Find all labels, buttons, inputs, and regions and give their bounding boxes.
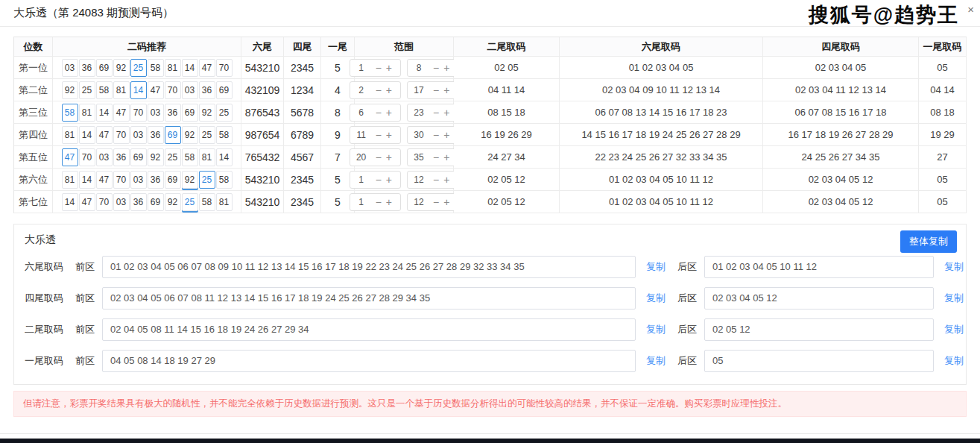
minus-button[interactable]: −	[431, 63, 441, 73]
front-zone-input[interactable]: 04 05 08 14 18 19 27 29	[102, 350, 636, 372]
code-cell[interactable]: 81	[199, 148, 215, 166]
plus-button[interactable]: +	[441, 152, 452, 163]
minus-button[interactable]: −	[373, 107, 384, 118]
minus-button[interactable]: −	[431, 175, 441, 185]
code-cell[interactable]: 47	[199, 59, 215, 77]
back-zone-input[interactable]: 05	[704, 350, 934, 372]
plus-button[interactable]: +	[441, 175, 452, 185]
code-cell[interactable]: 69	[216, 81, 233, 99]
code-cell[interactable]: 58	[199, 193, 215, 211]
code-cell[interactable]: 81	[62, 171, 78, 189]
code-cell[interactable]: 69	[130, 148, 147, 166]
close-icon[interactable]: ×	[967, 3, 974, 16]
code-cell[interactable]: 81	[62, 126, 78, 144]
code-cell[interactable]: 58	[216, 126, 233, 144]
code-cell[interactable]: 69	[165, 171, 181, 189]
plus-button[interactable]: +	[441, 107, 452, 118]
code-cell[interactable]: 70	[96, 193, 113, 211]
plus-button[interactable]: +	[384, 197, 394, 207]
code-cell[interactable]: 58	[96, 81, 113, 99]
code-cell[interactable]: 92	[199, 104, 215, 122]
copy-back-link[interactable]: 复制	[944, 354, 964, 368]
minus-button[interactable]: −	[373, 85, 384, 95]
code-cell[interactable]: 47	[113, 104, 130, 122]
code-cell[interactable]: 36	[79, 59, 95, 77]
front-zone-input[interactable]: 02 03 04 05 06 07 08 11 12 13 14 15 16 1…	[102, 287, 636, 310]
code-cell[interactable]: 58	[148, 59, 164, 77]
code-cell[interactable]: 14	[182, 59, 198, 77]
code-cell[interactable]: 58	[182, 148, 198, 166]
code-cell[interactable]: 25	[165, 148, 181, 166]
minus-button[interactable]: −	[373, 175, 384, 185]
plus-button[interactable]: +	[384, 175, 394, 185]
code-cell[interactable]: 14	[216, 148, 233, 166]
code-cell[interactable]: 92	[148, 148, 164, 166]
code-cell[interactable]: 47	[79, 193, 95, 211]
copy-back-link[interactable]: 复制	[944, 260, 964, 274]
code-cell[interactable]: 47	[96, 126, 113, 144]
code-cell[interactable]: 70	[165, 81, 181, 99]
copy-back-link[interactable]: 复制	[944, 292, 964, 305]
code-cell[interactable]: 36	[113, 148, 130, 166]
code-cell[interactable]: 36	[165, 104, 181, 122]
code-cell[interactable]: 25	[199, 126, 215, 144]
copy-front-link[interactable]: 复制	[646, 260, 666, 274]
code-cell[interactable]: 70	[113, 126, 130, 144]
copy-front-link[interactable]: 复制	[646, 354, 666, 368]
code-cell[interactable]: 25	[182, 193, 198, 211]
code-cell[interactable]: 03	[182, 81, 198, 99]
code-cell[interactable]: 92	[62, 81, 78, 99]
plus-button[interactable]: +	[384, 107, 394, 118]
minus-button[interactable]: −	[431, 130, 441, 140]
code-cell[interactable]: 81	[113, 81, 130, 99]
back-zone-input[interactable]: 02 03 04 05 12	[704, 287, 934, 310]
copy-front-link[interactable]: 复制	[646, 292, 666, 305]
minus-button[interactable]: −	[431, 85, 441, 95]
code-cell[interactable]: 69	[182, 104, 198, 122]
code-cell[interactable]: 14	[96, 104, 113, 122]
back-zone-input[interactable]: 02 05 12	[704, 318, 934, 341]
plus-button[interactable]: +	[384, 63, 394, 73]
code-cell[interactable]: 58	[62, 104, 78, 122]
code-cell[interactable]: 03	[148, 104, 164, 122]
code-cell[interactable]: 69	[96, 59, 113, 77]
code-cell[interactable]: 70	[216, 59, 233, 77]
minus-button[interactable]: −	[431, 197, 441, 207]
copy-front-link[interactable]: 复制	[646, 323, 666, 336]
code-cell[interactable]: 81	[79, 104, 95, 122]
code-cell[interactable]: 70	[130, 104, 147, 122]
minus-button[interactable]: −	[373, 197, 384, 207]
code-cell[interactable]: 58	[216, 171, 233, 189]
code-cell[interactable]: 36	[130, 193, 147, 211]
code-cell[interactable]: 70	[113, 171, 130, 189]
code-cell[interactable]: 36	[148, 171, 164, 189]
plus-button[interactable]: +	[441, 130, 452, 140]
code-cell[interactable]: 03	[62, 59, 78, 77]
back-zone-input[interactable]: 01 02 03 04 05 10 11 12	[704, 256, 934, 278]
code-cell[interactable]: 03	[130, 126, 147, 144]
plus-button[interactable]: +	[441, 197, 452, 207]
code-cell[interactable]: 70	[79, 148, 95, 166]
code-cell[interactable]: 36	[148, 126, 164, 144]
code-cell[interactable]: 69	[148, 193, 164, 211]
code-cell[interactable]: 03	[96, 148, 113, 166]
plus-button[interactable]: +	[441, 85, 452, 95]
code-cell[interactable]: 14	[62, 193, 78, 211]
minus-button[interactable]: −	[373, 130, 384, 140]
code-cell[interactable]: 25	[130, 59, 147, 77]
code-cell[interactable]: 92	[113, 59, 130, 77]
copy-back-link[interactable]: 复制	[944, 323, 964, 336]
minus-button[interactable]: −	[431, 152, 441, 163]
code-cell[interactable]: 69	[165, 126, 181, 144]
plus-button[interactable]: +	[384, 130, 394, 140]
plus-button[interactable]: +	[441, 63, 452, 73]
code-cell[interactable]: 81	[216, 193, 233, 211]
plus-button[interactable]: +	[384, 85, 394, 95]
code-cell[interactable]: 36	[199, 81, 215, 99]
code-cell[interactable]: 92	[165, 193, 181, 211]
front-zone-input[interactable]: 02 04 05 08 11 14 15 16 18 19 24 26 27 2…	[102, 318, 636, 341]
code-cell[interactable]: 47	[96, 171, 113, 189]
code-cell[interactable]: 03	[113, 193, 130, 211]
minus-button[interactable]: −	[373, 63, 384, 73]
code-cell[interactable]: 92	[182, 171, 198, 189]
